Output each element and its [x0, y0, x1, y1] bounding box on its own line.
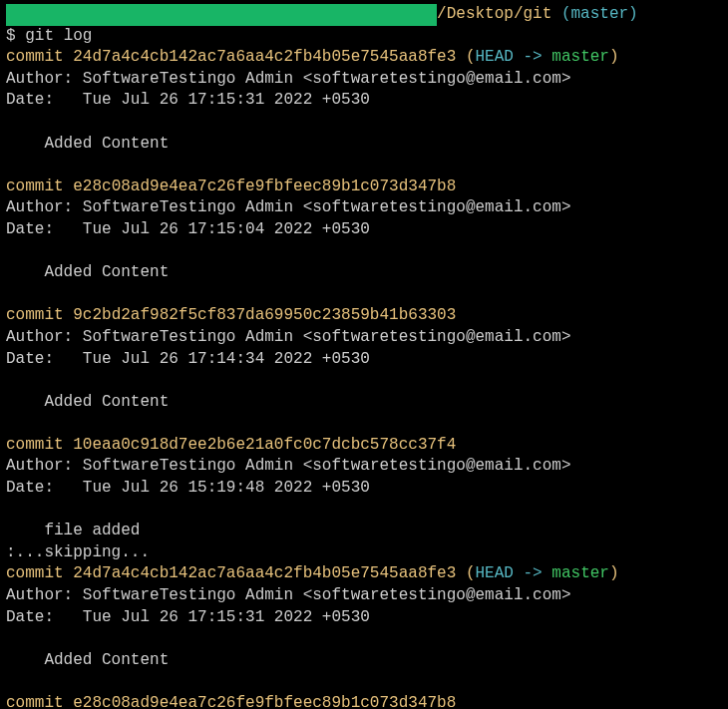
- pager-skipping: :...skipping...: [6, 543, 150, 561]
- commit-message: Added Content: [44, 393, 169, 411]
- head-ref: HEAD ->: [476, 48, 543, 66]
- prompt-bg: [6, 4, 437, 26]
- commit-hash: 10eaa0c918d7ee2b6e21a0fc0c7dcbc578cc37f4: [73, 436, 456, 454]
- prompt-path: /Desktop/git: [437, 5, 551, 23]
- commit-hash: e28c08ad9e4ea7c26fe9fbfeec89b1c073d347b8: [73, 177, 456, 195]
- commit-hash: 24d7a4c4cb142ac7a6aa4c2fb4b05e7545aa8fe3: [73, 48, 456, 66]
- commit-label: commit: [6, 306, 64, 324]
- author-line: Author: SoftwareTestingo Admin <software…: [6, 457, 571, 475]
- date-line: Date: Tue Jul 26 17:14:34 2022 +0530: [6, 350, 370, 368]
- commit-label: commit: [6, 694, 64, 709]
- commit-label: commit: [6, 436, 64, 454]
- branch-ref: master: [551, 564, 609, 582]
- author-line: Author: SoftwareTestingo Admin <software…: [6, 70, 571, 88]
- commit-label: commit: [6, 564, 64, 582]
- author-line: Author: SoftwareTestingo Admin <software…: [6, 198, 571, 216]
- date-line: Date: Tue Jul 26 17:15:31 2022 +0530: [6, 608, 370, 626]
- commit-message: Added Content: [44, 651, 169, 669]
- prompt-dollar: $: [6, 27, 16, 45]
- author-line: Author: SoftwareTestingo Admin <software…: [6, 328, 571, 346]
- head-ref: HEAD ->: [476, 564, 543, 582]
- commit-message: Added Content: [44, 135, 169, 153]
- commit-hash: 9c2bd2af982f5cf837da69950c23859b41b63303: [73, 306, 456, 324]
- commit-label: commit: [6, 48, 64, 66]
- command-text: git log: [25, 27, 92, 45]
- refs-open: (: [466, 564, 476, 582]
- commit-message: Added Content: [44, 263, 169, 281]
- refs-close: ): [609, 48, 619, 66]
- date-line: Date: Tue Jul 26 17:15:04 2022 +0530: [6, 220, 370, 238]
- commit-message: file added: [44, 522, 140, 539]
- author-line: Author: SoftwareTestingo Admin <software…: [6, 586, 571, 604]
- date-line: Date: Tue Jul 26 17:15:31 2022 +0530: [6, 91, 370, 109]
- date-line: Date: Tue Jul 26 15:19:48 2022 +0530: [6, 479, 370, 497]
- refs-close: ): [609, 564, 619, 582]
- branch-ref: master: [551, 48, 609, 66]
- terminal-output[interactable]: /Desktop/git (master) $ git log commit 2…: [6, 4, 722, 709]
- commit-label: commit: [6, 177, 64, 195]
- refs-open: (: [466, 48, 476, 66]
- commit-hash: 24d7a4c4cb142ac7a6aa4c2fb4b05e7545aa8fe3: [73, 564, 456, 582]
- commit-hash: e28c08ad9e4ea7c26fe9fbfeec89b1c073d347b8: [73, 694, 456, 709]
- prompt-branch: (master): [561, 5, 638, 23]
